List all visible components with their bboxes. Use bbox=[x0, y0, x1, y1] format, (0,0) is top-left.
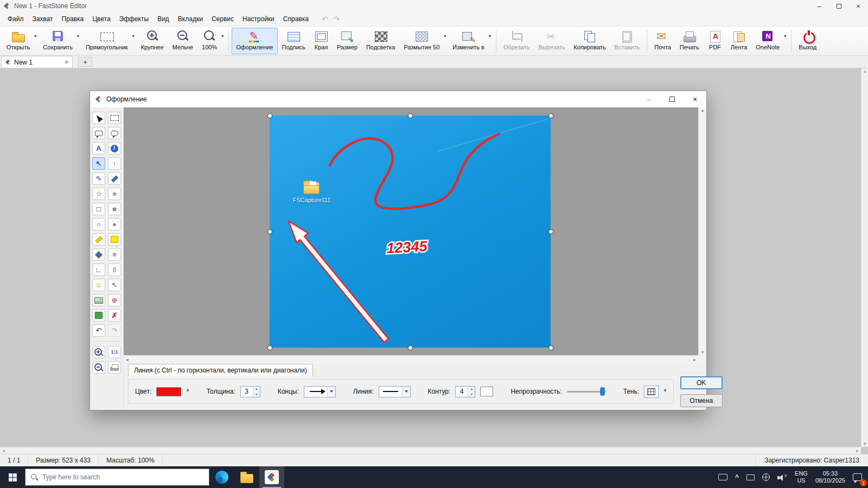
selection-handle[interactable] bbox=[548, 345, 553, 350]
thickness-spin-buttons[interactable]: ▲▼ bbox=[253, 387, 260, 397]
selection-handle[interactable] bbox=[408, 345, 413, 350]
dropdown-arrow-icon[interactable]: ▾ bbox=[77, 34, 79, 38]
color-swatch[interactable] bbox=[156, 387, 181, 396]
menu-item-5[interactable]: Эффекты bbox=[115, 13, 154, 25]
line-style-combo[interactable] bbox=[379, 386, 411, 397]
pattern-tool[interactable]: ≡ bbox=[108, 248, 121, 261]
outline-color-swatch[interactable] bbox=[480, 387, 493, 396]
toolbar-onenote-button[interactable]: OneNote▾ bbox=[751, 28, 788, 54]
star-tool[interactable]: ★ bbox=[108, 188, 121, 200]
spin-down-icon[interactable]: ▼ bbox=[468, 391, 475, 397]
selection-handle[interactable] bbox=[267, 345, 272, 350]
dropdown-arrow-icon[interactable]: ▾ bbox=[34, 34, 36, 38]
network-button[interactable] bbox=[758, 466, 774, 488]
dialog-close-button[interactable]: × bbox=[684, 91, 706, 107]
yellow-swatch-tool[interactable] bbox=[108, 233, 121, 246]
scroll-down-icon[interactable]: ▼ bbox=[701, 350, 705, 354]
app-horizontal-scrollbar[interactable]: ◄ ► bbox=[0, 447, 861, 454]
callout-tool[interactable] bbox=[108, 127, 121, 139]
clock[interactable]: 05:33 08/10/2025 bbox=[812, 466, 849, 488]
dialog-canvas[interactable]: 12345 FSCapture111 ▲ ▼ ◄ bbox=[124, 107, 706, 363]
toolbar-save-button[interactable]: Сохранить▾ bbox=[39, 28, 81, 54]
line-combo-dropdown-icon[interactable] bbox=[402, 387, 410, 397]
selection-handle[interactable] bbox=[267, 229, 272, 234]
dialog-horizontal-scrollbar[interactable]: ◄ ► bbox=[124, 355, 698, 363]
corner-tool[interactable]: ∟ bbox=[92, 264, 105, 276]
minimize-button[interactable]: – bbox=[809, 0, 829, 12]
dropdown-arrow-icon[interactable]: ▾ bbox=[221, 34, 224, 38]
toolbar-exit-button[interactable]: Выход bbox=[794, 28, 821, 54]
arrow-tool[interactable]: ↑ bbox=[108, 157, 121, 170]
print-tool[interactable] bbox=[108, 361, 121, 374]
toolbar-mail-button[interactable]: Почта bbox=[650, 28, 675, 54]
toolbar-pdf-button[interactable]: PDF bbox=[704, 28, 726, 54]
zoom-in-tool[interactable] bbox=[92, 346, 105, 358]
toolbar-print-button[interactable]: Печать bbox=[675, 28, 704, 54]
speech-bubble-tool[interactable] bbox=[92, 127, 105, 139]
new-tab-button[interactable]: + bbox=[78, 57, 92, 67]
smiley-tool[interactable]: ☺ bbox=[92, 279, 105, 291]
ellipse-tool[interactable]: ○ bbox=[92, 218, 105, 230]
braces-tool[interactable]: {} bbox=[108, 264, 121, 276]
line-tool-tab[interactable]: Линия (с Ctrl - по горизонтали, вертикал… bbox=[128, 364, 313, 376]
touch-keyboard-button[interactable] bbox=[714, 466, 731, 488]
scroll-right-icon[interactable]: ► bbox=[856, 449, 859, 453]
maximize-button[interactable] bbox=[829, 0, 848, 12]
image-tool[interactable] bbox=[92, 294, 105, 306]
shadow-button[interactable] bbox=[644, 386, 659, 398]
taskbar-edge-button[interactable] bbox=[209, 466, 234, 488]
toolbar-copy-button[interactable]: Копировать bbox=[569, 28, 610, 54]
opacity-slider-thumb[interactable] bbox=[600, 387, 605, 396]
spin-up-icon[interactable]: ▲ bbox=[468, 387, 475, 392]
start-button[interactable] bbox=[0, 466, 25, 488]
filled-rectangle-tool[interactable]: ■ bbox=[108, 203, 121, 215]
toolbar-rectsel-button[interactable]: Прямоугольник▾ bbox=[81, 28, 137, 54]
scroll-up-icon[interactable]: ▲ bbox=[701, 108, 705, 112]
search-input[interactable] bbox=[42, 473, 203, 481]
zoom-out-tool[interactable] bbox=[92, 361, 105, 374]
opacity-slider[interactable] bbox=[567, 387, 606, 396]
taskbar-faststone-button[interactable] bbox=[259, 466, 284, 488]
action-center-button[interactable]: 1 bbox=[849, 466, 866, 488]
cancel-button[interactable]: Отмена bbox=[680, 394, 723, 407]
selection-handle[interactable] bbox=[408, 113, 413, 118]
outline-input[interactable] bbox=[456, 387, 468, 397]
toolbar-edge-button[interactable]: Края bbox=[310, 28, 333, 54]
screenshot-image[interactable]: 12345 FSCapture111 bbox=[270, 115, 551, 348]
toolbar-open-button[interactable]: Открыть▾ bbox=[2, 28, 39, 54]
menu-item-2[interactable]: Захват bbox=[28, 13, 58, 25]
rectangle-tool[interactable]: □ bbox=[92, 203, 105, 215]
outline-spin-buttons[interactable]: ▲▼ bbox=[468, 387, 475, 397]
spin-down-icon[interactable]: ▼ bbox=[253, 391, 260, 397]
menu-item-9[interactable]: Настройки bbox=[238, 13, 279, 25]
toolbar-ribbon-button[interactable]: Лента bbox=[726, 28, 751, 54]
dropdown-arrow-icon[interactable]: ▾ bbox=[132, 34, 135, 38]
redo-icon[interactable]: ↷ bbox=[331, 15, 342, 23]
toolbar-spotlight-button[interactable]: Подсветка bbox=[362, 28, 399, 54]
toolbar-zoom100-button[interactable]: 100%▾ bbox=[197, 28, 226, 54]
text-tool[interactable]: A bbox=[92, 142, 105, 155]
thickness-input[interactable] bbox=[241, 387, 253, 397]
menu-item-1[interactable]: Файл bbox=[3, 13, 28, 25]
ends-combo[interactable] bbox=[304, 386, 336, 397]
delete-tool[interactable]: ✗ bbox=[108, 309, 121, 322]
scroll-up-icon[interactable]: ▲ bbox=[863, 69, 867, 73]
rect-select-tool[interactable] bbox=[108, 112, 121, 124]
taskbar-explorer-button[interactable] bbox=[234, 466, 259, 488]
app-vertical-scrollbar[interactable]: ▲ ▼ bbox=[861, 68, 868, 447]
filled-ellipse-tool[interactable]: ● bbox=[108, 218, 121, 230]
volume-button[interactable]: × bbox=[774, 466, 791, 488]
select-tool[interactable] bbox=[92, 112, 105, 124]
starburst-tool[interactable]: ☆ bbox=[92, 188, 105, 200]
taskbar-search[interactable] bbox=[25, 468, 209, 486]
tray-monitor-button[interactable] bbox=[743, 466, 758, 488]
menu-item-4[interactable]: Цвета bbox=[88, 13, 114, 25]
menu-item-8[interactable]: Сервис bbox=[207, 13, 238, 25]
selection-handle[interactable] bbox=[548, 113, 553, 118]
menu-item-10[interactable]: Справка bbox=[279, 13, 313, 25]
scroll-left-icon[interactable]: ◄ bbox=[125, 358, 129, 362]
menu-item-3[interactable]: Правка bbox=[58, 13, 88, 25]
dropdown-arrow-icon[interactable]: ▾ bbox=[489, 34, 491, 38]
scroll-left-icon[interactable]: ◄ bbox=[2, 449, 5, 453]
marker-tool[interactable] bbox=[108, 172, 121, 185]
